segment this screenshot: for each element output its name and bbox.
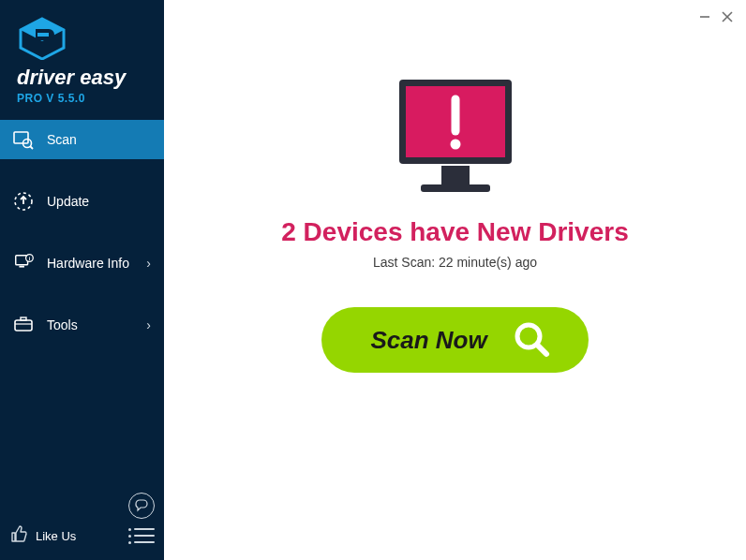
svg-rect-21 [421,184,490,192]
chevron-right-icon: › [146,256,151,271]
scan-button-label: Scan Now [370,326,486,355]
svg-line-5 [30,146,33,149]
sidebar-item-label: Tools [47,317,146,332]
version-label: PRO V 5.5.0 [17,92,164,105]
sidebar-item-label: Update [47,194,151,209]
update-icon [13,191,34,212]
svg-rect-3 [14,132,28,143]
sidebar-footer: Like Us [0,485,164,560]
logo-icon [17,17,164,60]
svg-line-25 [537,345,546,354]
sidebar-item-hardware-info[interactable]: i Hardware Info › [0,243,164,283]
minimize-button[interactable] [694,6,716,28]
menu-icon[interactable] [134,528,155,543]
sidebar-item-label: Hardware Info [47,256,146,271]
sidebar-item-tools[interactable]: Tools › [0,305,164,345]
monitor-alert-icon [385,75,526,210]
sidebar-nav: Scan Update i Hardware Inf [0,120,164,367]
sidebar-item-label: Scan [47,132,151,147]
like-label: Like Us [36,529,76,543]
svg-rect-12 [15,320,32,331]
like-us-button[interactable]: Like Us [9,524,76,547]
hardware-info-icon: i [13,253,34,273]
svg-point-23 [450,140,460,150]
tools-icon [13,315,34,335]
status-headline: 2 Devices have New Drivers [281,217,628,247]
sidebar: driver easy PRO V 5.5.0 Scan Up [0,0,164,560]
thumbs-up-icon [9,524,28,547]
chevron-right-icon: › [146,317,151,332]
scan-now-button[interactable]: Scan Now [321,307,588,373]
scan-icon [13,129,34,150]
window-controls [694,6,739,28]
logo-block: driver easy PRO V 5.5.0 [0,0,164,118]
search-icon [512,319,551,361]
svg-rect-9 [19,266,24,268]
scan-content: 2 Devices have New Drivers Last Scan: 22… [164,0,746,373]
svg-rect-20 [441,166,470,184]
close-button[interactable] [716,6,739,28]
feedback-icon[interactable] [128,493,155,519]
brand-name: driver easy [17,66,164,90]
last-scan-text: Last Scan: 22 minute(s) ago [373,255,537,270]
main-panel: 2 Devices have New Drivers Last Scan: 22… [164,0,746,560]
svg-rect-2 [37,33,49,37]
sidebar-item-update[interactable]: Update [0,182,164,221]
sidebar-item-scan[interactable]: Scan [0,120,164,159]
svg-rect-14 [21,317,26,320]
